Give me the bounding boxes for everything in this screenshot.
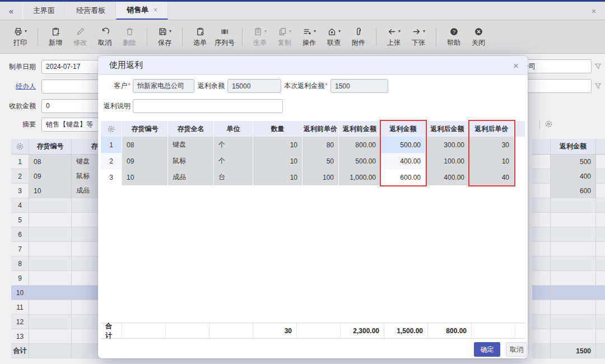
toolbar-button-arrow-right[interactable]: ▾下张	[408, 26, 429, 48]
grid-column-header[interactable]: 返利金额	[551, 139, 596, 155]
grid-settings-gear-icon[interactable]	[544, 120, 553, 128]
rebate-table-cell: 50	[302, 153, 339, 169]
toolbar-button-paperclip[interactable]: 附件	[348, 26, 369, 48]
toolbar-button-label: 上张	[387, 38, 401, 48]
grid-cell: 500	[551, 155, 596, 169]
grid-cell	[532, 256, 551, 271]
grid-cell: 10	[11, 286, 29, 300]
totals-cell	[297, 323, 341, 338]
undo-icon	[100, 27, 110, 36]
grid-cell	[532, 286, 551, 300]
grid-cell: 5	[11, 213, 29, 227]
toolbar-button-label: 下张	[412, 38, 425, 48]
tab-label: 销售单	[127, 5, 148, 15]
rebate-table-cell: 08	[122, 137, 168, 153]
toolbar-button-list-gear[interactable]: ▾操作	[299, 26, 320, 48]
grid-cell: 13	[11, 329, 29, 344]
customer-label: 客户*	[99, 79, 131, 93]
rebate-table-cell: 1	[101, 137, 122, 153]
table-row	[532, 315, 605, 329]
toolbar-button-label: 附件	[352, 38, 365, 48]
grid-cell: 1	[11, 155, 29, 169]
rebate-column-header[interactable]: 单位	[214, 121, 253, 137]
agent-link-label[interactable]: 经办人	[3, 82, 41, 91]
toolbar-button-label: 操作	[302, 38, 316, 48]
rebate-table-cell	[514, 153, 525, 169]
toolbar-button-label: 复制	[278, 38, 291, 48]
grid-cell: 10	[29, 184, 72, 198]
table-row	[532, 227, 605, 242]
rebate-column-header[interactable]: 返利后单价	[469, 121, 514, 137]
rebate-table-cell: 键盘	[168, 137, 214, 153]
grid-settings-gear-icon[interactable]	[101, 121, 122, 137]
grid-column-header[interactable]: 存货编号	[29, 139, 72, 155]
toolbar-button-clipboard-gear[interactable]: 选单	[189, 26, 211, 48]
ok-button[interactable]: 确定	[474, 342, 500, 357]
toolbar-button-label: 帮助	[447, 38, 460, 48]
tab-main[interactable]: 主界面	[22, 2, 66, 20]
grid-cell	[29, 286, 72, 300]
rebate-column-header[interactable]: 返利后金额	[426, 121, 469, 137]
rebate-column-header[interactable]: 存货编号	[122, 121, 168, 137]
toolbar-separator	[147, 28, 147, 46]
tabbar-close-icon[interactable]: ×	[586, 3, 602, 19]
rebate-table-cell: 成品	[168, 169, 214, 185]
rebate-table-cell: 2	[101, 153, 122, 169]
toolbar-button-label: 保存	[158, 38, 171, 48]
filter-funnel-icon[interactable]	[594, 82, 602, 90]
grid-cell: 4	[11, 198, 29, 213]
grid-cell: 8	[11, 256, 29, 271]
toolbar-button-close-circle[interactable]: 关闭	[468, 26, 489, 48]
rebate-column-header[interactable]: 返利金额	[381, 121, 426, 137]
printer-icon	[13, 27, 23, 36]
toolbar-button-barcode[interactable]: 序列号	[214, 26, 235, 48]
toolbar-button-help-circle[interactable]: ?帮助	[443, 26, 464, 48]
summary-label: 摘要	[3, 120, 41, 129]
tab-label: 经营看板	[76, 6, 105, 16]
rebate-table-row: 310成品台101001,000.00600.00400.0040	[101, 169, 525, 185]
toolbar-separator	[376, 28, 376, 46]
rebate-note-input[interactable]	[133, 99, 283, 113]
chevron-down-icon: ▾	[314, 29, 316, 34]
toolbar-button-arrow-left[interactable]: ▾上张	[383, 26, 404, 48]
tab-sales-order[interactable]: 销售单 ×	[116, 2, 168, 20]
toolbar-button-printer[interactable]: ▾打印	[10, 26, 31, 48]
toolbar-button-save[interactable]: ▾保存	[154, 26, 175, 48]
rebate-table-cell: 个	[214, 153, 253, 169]
sidebar-collapse-icon[interactable]: «	[0, 2, 22, 20]
grid-cell	[532, 213, 551, 227]
tab-dashboard[interactable]: 经营看板	[66, 2, 116, 20]
cancel-button[interactable]: 取消	[506, 342, 527, 357]
paperclip-icon	[354, 27, 364, 36]
toolbar-button-label: 关闭	[472, 38, 485, 48]
tab-close-icon[interactable]: ×	[153, 6, 157, 14]
grid-cell	[596, 256, 605, 271]
grid-cell	[29, 271, 72, 286]
rebate-column-header[interactable]: 存货全名	[168, 121, 214, 137]
toolbar-button-undo[interactable]: 取消	[94, 26, 115, 48]
linkquery-icon	[327, 27, 337, 36]
barcode-icon	[220, 27, 230, 36]
grid-settings-gear-icon[interactable]	[11, 139, 29, 155]
toolbar-button-doc-add[interactable]: 新增	[45, 26, 66, 48]
rebate-table-cell[interactable]: 400.00	[381, 153, 426, 169]
grid-cell	[532, 329, 551, 344]
toolbar-button-linkquery[interactable]: ▾联查	[323, 26, 345, 48]
rebate-table-cell[interactable]: 500.00	[381, 137, 426, 153]
rebate-table-cell[interactable]: 600.00	[381, 169, 426, 185]
grid-cell	[596, 315, 605, 329]
rebate-table-totals-row: 合计302,300.001,500.00800.00	[101, 323, 525, 339]
grid-cell	[532, 198, 551, 213]
rebate-table-cell: 个	[214, 137, 253, 153]
filter-funnel-icon[interactable]	[594, 62, 602, 71]
dialog-close-icon[interactable]: ×	[513, 60, 519, 72]
table-row	[532, 242, 605, 256]
grid-cell	[596, 169, 605, 184]
list-gear-icon	[302, 27, 312, 36]
rebate-table-cell: 100	[302, 169, 339, 185]
rebate-column-header[interactable]: 返利前单价	[302, 121, 339, 137]
rebate-column-header[interactable]: 返利前金额	[339, 121, 381, 137]
rebate-column-header[interactable]: 数量	[253, 121, 302, 137]
grid-cell	[29, 300, 72, 315]
totals-cell: 30	[253, 323, 297, 338]
